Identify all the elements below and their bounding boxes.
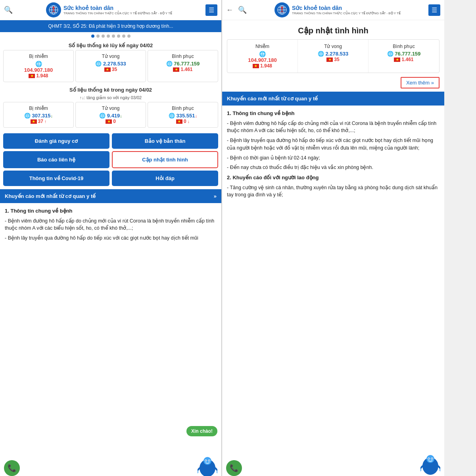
vn-nhiem: ★1.948 (229, 63, 296, 69)
advisory-para2-right: - Bệnh lây truyền qua đường hô hấp do ti… (227, 137, 440, 152)
stat-label-tu-vong-2: Tử vong (77, 106, 144, 111)
btn-hoi-dap[interactable]: Hỏi đáp (112, 171, 218, 186)
left-header: 🔍 Sức khoẻ toàn dân (0, 0, 221, 20)
stat-label-tu-vong-right: Tử vong (299, 44, 367, 49)
btn-cap-nhat-tinh-hinh[interactable]: Cập nhật tình hình (112, 151, 218, 168)
advisory-para3-right: - Bệnh có thời gian ủ bệnh từ 02-14 ngày… (227, 154, 440, 162)
phone-icon-right[interactable]: 📞 (226, 460, 242, 476)
stat-label-binh-phuc-2: Bình phục (150, 106, 216, 111)
globe-right-1: 🌐 (229, 51, 296, 57)
advisory-s2-title-right: 2. Khuyến cáo đối với người lao động (227, 174, 440, 182)
btn-bao-ve-ban-than[interactable]: Bảo vệ bản thân (112, 133, 218, 149)
bottom-icons-right: 📞 (222, 452, 444, 476)
globe-icon-1: 🌐 (5, 61, 72, 67)
stat-card-binh-phuc-2: Bình phục 🌐 335.551↓ ★0↓ (148, 102, 218, 128)
xem-them-row: Xem thêm » (222, 75, 444, 92)
advisory-para1-left: - Bệnh viêm đường hô hấp cấp do chủng mớ… (5, 217, 217, 232)
left-panel: 🔍 Sức khoẻ toàn dân (0, 0, 222, 476)
dot-8[interactable] (127, 35, 131, 38)
world-num-tu-vong-1: 🌐 2.278.533 (77, 61, 144, 67)
btn-danh-gia-nguy-co[interactable]: Đánh giá nguy cơ (3, 133, 109, 149)
world-tu-vong-right: 🌐 2.278.533 (299, 51, 367, 57)
back-button[interactable]: ← (226, 6, 233, 14)
stat-label-nhiem: Nhiễm (229, 44, 296, 49)
menu-button[interactable]: ☰ (205, 4, 217, 16)
dot-7[interactable] (122, 35, 125, 38)
right-logo: Sức khoẻ toàn dân TRANG THÔNG TIN CHÍNH … (274, 2, 401, 17)
menu-button-right[interactable]: ☰ (428, 4, 440, 16)
stat-label-binh-phuc-1: Bình phục (150, 54, 216, 59)
stat-card-bi-nhiem-1: Bị nhiễm 🌐 104.907.180 ★1.948 (3, 50, 74, 82)
stat-card-binh-phuc-right: Bình phục 🌐 76.777.159 ★1.461 (369, 40, 439, 73)
advisory-para2-left: - Bệnh lây truyền qua đường hô hấp do ti… (5, 234, 217, 242)
xem-them-button[interactable]: Xem thêm » (401, 77, 440, 88)
stat-card-bi-nhiem-2: Bị nhiễm 🌐 307.315↓ ★37↑ (3, 102, 74, 128)
advisory-para4-right: - Đến nay chưa có thuốc điều trị đặc hiệ… (227, 164, 440, 171)
stat-card-nhiem-right: Nhiễm 🌐 104.907.180 ★1.948 (227, 40, 298, 73)
stat-label-tu-vong-1: Tử vong (77, 54, 144, 59)
mascot-right (420, 454, 440, 476)
advisory-header-right: Khuyến cáo mới nhất từ cơ quan y tế (222, 92, 444, 106)
world-num-bi-nhiem-1: 104.907.180 (5, 67, 72, 73)
logo-circle-right (274, 2, 290, 17)
svg-line-33 (438, 466, 440, 469)
chat-bubble[interactable]: Xin chào! (186, 426, 217, 436)
dot-5[interactable] (112, 35, 115, 38)
vn-tu-vong-right: ★35 (299, 57, 367, 62)
right-header-left: ← 🔍 (226, 6, 247, 14)
advisory-para1-right: - Bệnh viêm đường hô hấp cấp do chủng mớ… (227, 120, 440, 135)
phone-icon-left[interactable]: 📞 (4, 460, 20, 476)
logo-text-main-right: Sức khoẻ toàn dân (292, 5, 401, 12)
stats2-grid: Bị nhiễm 🌐 307.315↓ ★37↑ Tử vong 🌐 9.419… (0, 102, 221, 130)
stats2-subtitle: ↑↓: tăng giảm so với ngày 03/02 (0, 94, 221, 102)
search-icon-right[interactable]: 🔍 (238, 6, 247, 14)
svg-point-31 (432, 458, 432, 459)
advisory-arrow[interactable]: » (214, 193, 217, 199)
dot-4[interactable] (107, 35, 110, 38)
vn-num-bi-nhiem-1: ★1.948 (5, 73, 72, 79)
svg-point-30 (428, 458, 429, 459)
world-num-tu-vong-2: 🌐 9.419↓ (77, 113, 144, 119)
stat-label-binh-phuc-right: Bình phục (370, 44, 438, 49)
btn-bao-cao-lien-he[interactable]: Báo cáo liên hệ (3, 151, 109, 168)
svg-point-27 (426, 455, 434, 463)
world-num-bi-nhiem-2: 🌐 307.315↓ (5, 113, 72, 119)
dot-1[interactable] (91, 35, 94, 38)
vn-num-bi-nhiem-2: ★37↑ (5, 119, 72, 124)
logo-text-sub: TRANG THÔNG TIN CHÍNH THỨC CỦA CỤC Y TẾ … (63, 12, 172, 15)
svg-point-3 (53, 7, 55, 9)
advisory-header-left: Khuyến cáo mới nhất từ cơ quan y tế » (0, 189, 221, 203)
bottom-icons-left: 📞 (0, 452, 221, 476)
search-icon[interactable]: 🔍 (4, 6, 13, 14)
dot-3[interactable] (102, 35, 105, 38)
world-num-binh-phuc-1: 🌐 76.777.159 (150, 61, 216, 67)
svg-point-12 (205, 460, 206, 461)
stats-right-grid: Nhiễm 🌐 104.907.180 ★1.948 Tử vong 🌐 2.2… (227, 39, 440, 73)
advisory-header-text: Khuyến cáo mới nhất từ cơ quan y tế (5, 193, 96, 199)
svg-point-9 (203, 457, 211, 465)
right-header-right: ☰ (428, 4, 440, 16)
right-panel: ← 🔍 Sức khoẻ toàn dân (222, 0, 444, 476)
logo-text-main: Sức khoẻ toàn dân (63, 5, 172, 12)
logo-circle (46, 2, 61, 17)
svg-point-21 (281, 7, 283, 9)
world-num-binh-phuc-2: 🌐 335.551↓ (150, 113, 216, 119)
btn-thong-tin-covid[interactable]: Thông tin về Covid-19 (3, 171, 109, 186)
dot-6[interactable] (117, 35, 120, 38)
banner: QHMT 3/2, SỐ 25: Đã phát hiện 3 trường h… (0, 20, 221, 32)
world-nhiem: 104.907.180 (229, 57, 296, 63)
action-buttons-grid: Đánh giá nguy cơ Bảo vệ bản thân Báo cáo… (0, 130, 221, 189)
stat-label-bi-nhiem-1: Bị nhiễm (5, 54, 72, 59)
mascot-left (198, 456, 217, 476)
carousel-dots (0, 32, 221, 40)
stats-right-container: Nhiễm 🌐 104.907.180 ★1.948 Tử vong 🌐 2.2… (222, 39, 444, 75)
left-logo: Sức khoẻ toàn dân TRANG THÔNG TIN CHÍNH … (46, 2, 172, 17)
right-header: ← 🔍 Sức khoẻ toàn dân (222, 0, 444, 20)
svg-line-32 (420, 466, 422, 469)
vn-binh-phuc-right: ★1.461 (370, 57, 438, 62)
dot-2[interactable] (96, 35, 100, 38)
advisory-header-text-right: Khuyến cáo mới nhất từ cơ quan y tế (227, 96, 318, 102)
advisory-section1-title-left: 1. Thông tin chung về bệnh (5, 207, 217, 215)
advisory-content-left: 1. Thông tin chung về bệnh - Bệnh viêm đ… (0, 203, 221, 248)
svg-point-13 (209, 460, 209, 461)
